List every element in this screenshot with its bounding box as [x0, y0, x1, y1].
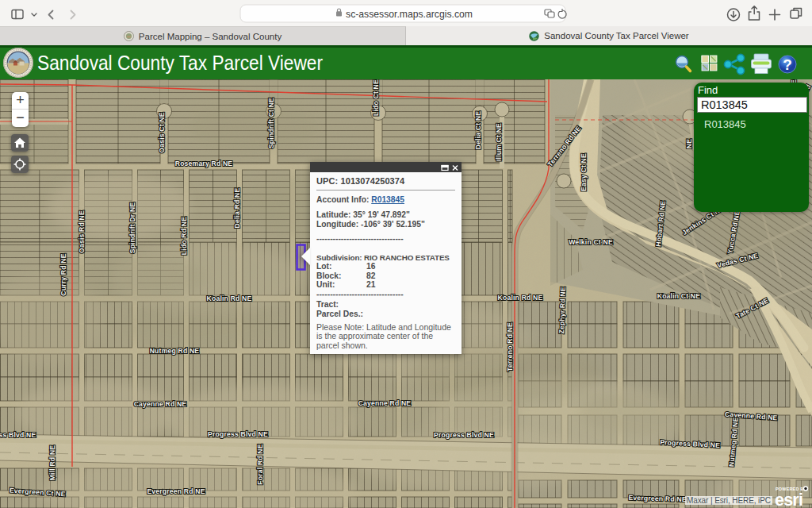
svg-text:Terreno Rd NE: Terreno Rd NE — [506, 322, 514, 371]
svg-text:Mill Rd NE: Mill Rd NE — [48, 445, 56, 481]
svg-text:Spindrift Ct NE: Spindrift Ct NE — [267, 98, 275, 148]
svg-text:Lido Rd NE: Lido Rd NE — [180, 217, 188, 255]
svg-text:Lido Ct NE: Lido Ct NE — [372, 79, 380, 116]
svg-text:Koalin Rd NE: Koalin Rd NE — [498, 294, 543, 302]
svg-text:esri: esri — [775, 491, 802, 508]
svg-text:Spindrift Dr NE: Spindrift Dr NE — [128, 202, 136, 254]
svg-text:Koalin Rd NE: Koalin Rd NE — [207, 294, 252, 302]
svg-text:Easy Ct NE: Easy Ct NE — [580, 153, 588, 191]
svg-text:Evergreen Rd NE: Evergreen Rd NE — [147, 487, 205, 495]
svg-text:Cayenne Rd NE: Cayenne Rd NE — [358, 399, 412, 407]
svg-text:Koalin Ct NE: Koalin Ct NE — [657, 292, 701, 300]
svg-text:Progress Blvd NE: Progress Blvd NE — [434, 431, 494, 439]
svg-text:Nutmeg Rd NE: Nutmeg Rd NE — [150, 347, 200, 355]
svg-text:Oasis Ct NE: Oasis Ct NE — [158, 112, 166, 152]
svg-text:Curry Rd NE: Curry Rd NE — [59, 253, 67, 295]
svg-text:ss Blvd NE: ss Blvd NE — [0, 431, 36, 439]
svg-text:Delia Rd NE: Delia Rd NE — [233, 187, 241, 228]
svg-text:Foral Rd NE: Foral Rd NE — [256, 444, 264, 484]
svg-text:Sandoval County Tax Parcel Vie: Sandoval County Tax Parcel Viewer — [37, 52, 323, 74]
svg-text:NE: NE — [685, 139, 693, 148]
svg-text:Rosemary Rd NE: Rosemary Rd NE — [175, 160, 233, 167]
svg-text:?: ? — [783, 56, 792, 73]
svg-text:Illum Ct NE: Illum Ct NE — [495, 123, 503, 161]
svg-text:Cayenne Rd NE: Cayenne Rd NE — [134, 400, 187, 408]
svg-text:Zephyr Rd NE: Zephyr Rd NE — [557, 287, 567, 334]
svg-text:Progress Blvd NE: Progress Blvd NE — [208, 430, 268, 438]
svg-text:Oasis Rd NE: Oasis Rd NE — [78, 210, 86, 253]
svg-text:sc-assessor.maps.arcgis.com: sc-assessor.maps.arcgis.com — [346, 9, 473, 20]
svg-text:Delia Ct NE: Delia Ct NE — [474, 111, 482, 150]
svg-text:Welkin Ct NE: Welkin Ct NE — [569, 238, 613, 246]
